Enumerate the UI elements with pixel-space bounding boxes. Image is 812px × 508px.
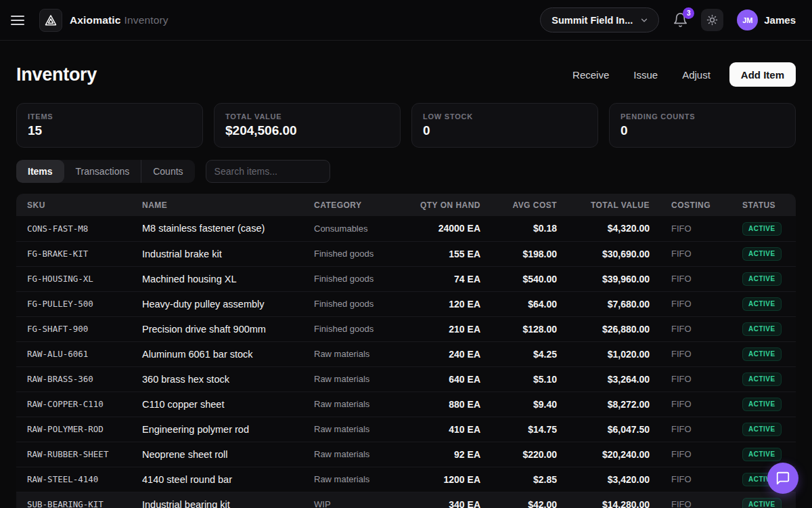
sku-cell: RAW-ALU-6061 [16, 341, 131, 366]
status-cell: ACTIVE [731, 241, 796, 266]
stat-value: $204,506.00 [225, 123, 389, 138]
sku-cell: RAW-BRASS-360 [16, 366, 131, 391]
sku-cell: FG-BRAKE-KIT [16, 241, 131, 266]
qty-cell: 1200 EA [409, 467, 491, 492]
status-cell: ACTIVE [731, 316, 796, 341]
triangle-logo-icon [44, 14, 58, 27]
stats-cards: ITEMS 15 TOTAL VALUE $204,506.00 LOW STO… [16, 103, 796, 148]
status-badge: ACTIVE [742, 247, 782, 261]
avg-cost-cell: $198.00 [491, 241, 568, 266]
total-value-cell: $8,272.00 [568, 391, 660, 417]
table-body: CONS-FAST-M8M8 stainless fastener (case)… [16, 216, 796, 508]
status-badge: ACTIVE [742, 498, 782, 508]
issue-button[interactable]: Issue [624, 64, 667, 86]
add-item-button[interactable]: Add Item [729, 62, 796, 87]
category-cell: Raw materials [303, 467, 409, 492]
name-cell: Industrial bearing kit [131, 492, 303, 508]
sku-cell: FG-HOUSING-XL [16, 266, 131, 291]
tab-transactions[interactable]: Transactions [64, 160, 142, 183]
table-row[interactable]: RAW-BRASS-360360 brass hex stockRaw mate… [16, 366, 796, 391]
status-badge: ACTIVE [742, 272, 782, 286]
total-value-cell: $39,960.00 [568, 266, 660, 291]
qty-cell: 120 EA [409, 291, 491, 316]
category-cell: Finished goods [303, 266, 409, 291]
receive-button[interactable]: Receive [563, 64, 618, 86]
category-cell: Consumables [303, 216, 409, 241]
table-row[interactable]: RAW-ALU-6061Aluminum 6061 bar stockRaw m… [16, 341, 796, 366]
page-title: Inventory [16, 64, 97, 85]
costing-cell: FIFO [660, 341, 731, 366]
costing-cell: FIFO [660, 366, 731, 391]
sku-cell: RAW-POLYMER-ROD [16, 417, 131, 442]
qty-cell: 340 EA [409, 492, 491, 508]
chevron-down-icon [639, 16, 649, 25]
tab-items[interactable]: Items [16, 160, 64, 183]
costing-cell: FIFO [660, 291, 731, 316]
name-cell: Machined housing XL [131, 266, 303, 291]
table-row[interactable]: FG-HOUSING-XLMachined housing XLFinished… [16, 266, 796, 291]
user-avatar[interactable]: JM [737, 9, 758, 30]
avg-cost-cell: $128.00 [491, 316, 568, 341]
brand-title: AxiomaticInventory [70, 14, 168, 26]
total-value-cell: $3,264.00 [568, 366, 660, 391]
organization-select[interactable]: Summit Field In... [540, 7, 659, 33]
adjust-button[interactable]: Adjust [673, 64, 720, 86]
sku-cell: FG-SHAFT-900 [16, 316, 131, 341]
table-row[interactable]: SUB-BEARING-KITIndustrial bearing kitWIP… [16, 492, 796, 508]
stat-value: 15 [28, 123, 191, 138]
sku-cell: FG-PULLEY-500 [16, 291, 131, 316]
name-cell: Neoprene sheet roll [131, 442, 303, 467]
stat-card-pending-counts: PENDING COUNTS 0 [609, 103, 796, 148]
tab-counts[interactable]: Counts [141, 160, 194, 183]
column-header-avg-cost: AVG COST [491, 194, 568, 216]
app-logo [39, 9, 62, 32]
table-row[interactable]: FG-SHAFT-900Precision drive shaft 900mmF… [16, 316, 796, 341]
sku-cell: CONS-FAST-M8 [16, 216, 131, 241]
table-row[interactable]: RAW-COPPER-C110C110 copper sheetRaw mate… [16, 391, 796, 417]
search-input[interactable] [206, 160, 330, 183]
table-row[interactable]: RAW-STEEL-41404140 steel round barRaw ma… [16, 467, 796, 492]
costing-cell: FIFO [660, 266, 731, 291]
column-header-costing: COSTING [660, 194, 731, 216]
name-cell: Industrial brake kit [131, 241, 303, 266]
category-cell: WIP [303, 492, 409, 508]
qty-cell: 240 EA [409, 341, 491, 366]
name-cell: C110 copper sheet [131, 391, 303, 417]
column-header-total-value: TOTAL VALUE [568, 194, 660, 216]
status-badge: ACTIVE [742, 222, 782, 236]
costing-cell: FIFO [660, 492, 731, 508]
theme-toggle-button[interactable] [701, 9, 723, 31]
status-badge: ACTIVE [742, 347, 782, 361]
status-cell: ACTIVE [731, 366, 796, 391]
table-row[interactable]: CONS-FAST-M8M8 stainless fastener (case)… [16, 216, 796, 241]
name-cell: Engineering polymer rod [131, 417, 303, 442]
category-cell: Raw materials [303, 341, 409, 366]
chat-button[interactable] [767, 463, 798, 494]
notifications-button[interactable]: 3 [673, 12, 689, 28]
table-row[interactable]: FG-PULLEY-500Heavy-duty pulley assemblyF… [16, 291, 796, 316]
status-cell: ACTIVE [731, 291, 796, 316]
column-header-category: CATEGORY [303, 194, 409, 216]
qty-cell: 410 EA [409, 417, 491, 442]
status-badge: ACTIVE [742, 322, 782, 336]
table-row[interactable]: RAW-POLYMER-RODEngineering polymer rodRa… [16, 417, 796, 442]
sun-icon [706, 14, 718, 26]
menu-icon[interactable] [11, 11, 30, 30]
table-row[interactable]: RAW-RUBBER-SHEETNeoprene sheet rollRaw m… [16, 442, 796, 467]
total-value-cell: $3,420.00 [568, 467, 660, 492]
category-cell: Raw materials [303, 417, 409, 442]
avg-cost-cell: $0.18 [491, 216, 568, 241]
qty-cell: 155 EA [409, 241, 491, 266]
category-cell: Finished goods [303, 291, 409, 316]
total-value-cell: $4,320.00 [568, 216, 660, 241]
costing-cell: FIFO [660, 467, 731, 492]
sku-cell: RAW-RUBBER-SHEET [16, 442, 131, 467]
table-row[interactable]: FG-BRAKE-KITIndustrial brake kitFinished… [16, 241, 796, 266]
stat-card-low-stock: LOW STOCK 0 [411, 103, 598, 148]
column-header-name: NAME [131, 194, 303, 216]
avg-cost-cell: $220.00 [491, 442, 568, 467]
stat-label: ITEMS [28, 112, 191, 121]
main-content: Inventory Receive Issue Adjust Add Item … [0, 62, 812, 508]
status-cell: ACTIVE [731, 266, 796, 291]
name-cell: 360 brass hex stock [131, 366, 303, 391]
